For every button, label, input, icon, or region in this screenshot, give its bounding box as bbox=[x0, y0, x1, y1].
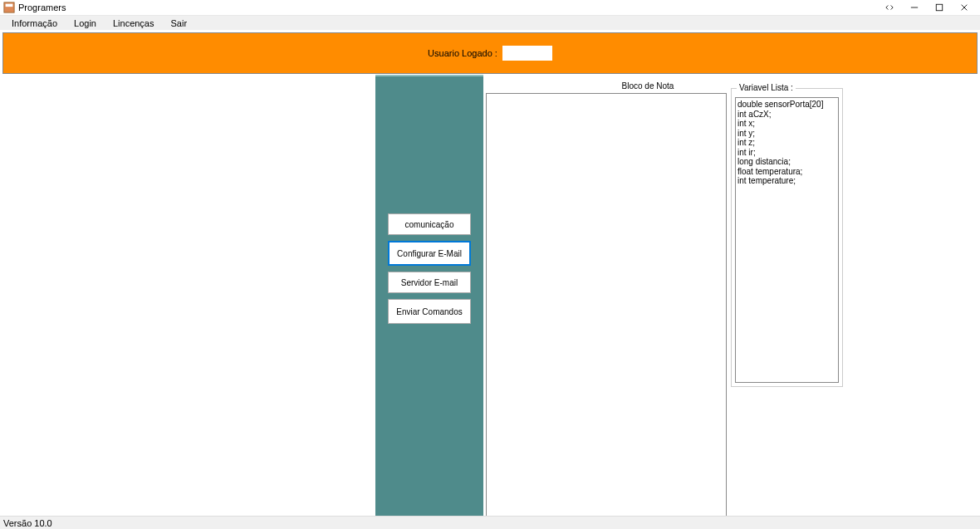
side-panel: comunicação Configurar E-Mail Servidor E… bbox=[375, 75, 483, 516]
titlebar-left: Programers bbox=[3, 2, 66, 13]
variable-list-title: Variavel Lista : bbox=[737, 83, 796, 92]
variable-list-group: Variavel Lista : double sensorPorta[20] … bbox=[731, 88, 843, 387]
header-bar: Usuario Logado : bbox=[2, 32, 978, 74]
variable-list-box[interactable]: double sensorPorta[20] int aCzX; int x; … bbox=[735, 97, 839, 383]
user-logged-value[interactable] bbox=[502, 46, 552, 61]
app-title: Programers bbox=[18, 2, 66, 12]
menu-login[interactable]: Login bbox=[66, 17, 105, 30]
menu-informacao[interactable]: Informação bbox=[3, 17, 66, 30]
statusbar: Versão 10.0 bbox=[0, 516, 980, 529]
menu-sair[interactable]: Sair bbox=[163, 17, 196, 30]
app-icon bbox=[3, 2, 15, 13]
svg-rect-1 bbox=[6, 4, 13, 7]
content-area: Usuario Logado : comunicação Configurar … bbox=[0, 30, 980, 516]
comunicacao-button[interactable]: comunicação bbox=[388, 213, 471, 235]
enviar-comandos-button[interactable]: Enviar Comandos bbox=[388, 299, 471, 324]
window-controls bbox=[877, 1, 977, 14]
menu-lincencas[interactable]: Lincenças bbox=[105, 17, 163, 30]
notepad-textarea[interactable] bbox=[486, 93, 727, 516]
user-logged-label: Usuario Logado : bbox=[428, 48, 497, 58]
minimize-button[interactable] bbox=[902, 1, 927, 14]
titlebar: Programers bbox=[0, 0, 980, 15]
version-label: Versão 10.0 bbox=[3, 518, 52, 528]
configurar-email-button[interactable]: Configurar E-Mail bbox=[388, 241, 471, 266]
close-button[interactable] bbox=[952, 1, 977, 14]
maximize-button[interactable] bbox=[927, 1, 952, 14]
restore-down-icon[interactable] bbox=[877, 1, 902, 14]
servidor-email-button[interactable]: Servidor E-mail bbox=[388, 272, 471, 293]
svg-rect-3 bbox=[936, 4, 943, 11]
menubar: Informação Login Lincenças Sair bbox=[0, 15, 980, 30]
